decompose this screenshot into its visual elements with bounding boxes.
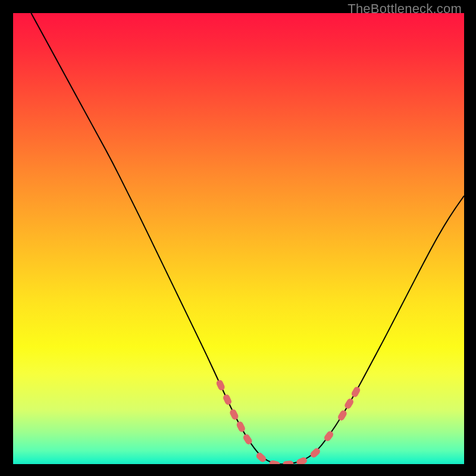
curve-marker	[350, 386, 361, 398]
curve-marker	[222, 393, 233, 406]
curve-marker	[255, 451, 268, 463]
curve-marker	[269, 459, 281, 464]
curve-marker	[228, 408, 239, 421]
curve-marker	[296, 456, 308, 464]
curve-marker	[215, 379, 226, 392]
chart-frame: TheBottleneck.com	[0, 0, 476, 476]
watermark-text: TheBottleneck.com	[347, 1, 462, 17]
curve-marker	[343, 397, 355, 410]
curve-marker	[337, 409, 348, 422]
curve-layer	[13, 13, 464, 464]
bottleneck-curve	[31, 13, 464, 464]
curve-marker	[283, 461, 294, 464]
marker-group	[215, 379, 361, 464]
curve-marker	[309, 447, 322, 459]
plot-area	[13, 13, 464, 464]
curve-marker	[236, 421, 246, 433]
